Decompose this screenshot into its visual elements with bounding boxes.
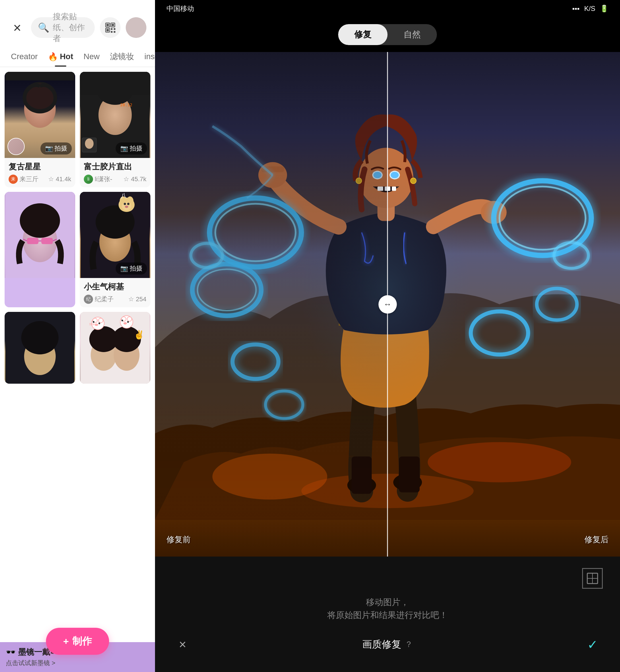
star-icon-1: ☆ bbox=[48, 176, 54, 183]
card-title-2: 富士胶片直出 bbox=[84, 161, 146, 172]
avatar-button[interactable] bbox=[126, 17, 146, 38]
split-line: ↔ bbox=[387, 52, 388, 557]
card-sunglasses[interactable]: 🕶️ 墨镜一戴🕶 点击试试新墨镜 > bbox=[5, 192, 75, 307]
create-label: 制作 bbox=[72, 635, 92, 648]
svg-point-23 bbox=[20, 203, 60, 238]
svg-rect-1 bbox=[106, 24, 109, 26]
card-image-5 bbox=[5, 312, 75, 384]
status-bar: 中国移动 ▪▪▪ K/S 🔋 bbox=[155, 0, 620, 17]
tab-ins[interactable]: ins特效 bbox=[139, 47, 155, 66]
mode-selector: 修复 自然 bbox=[155, 17, 620, 52]
card-corgi[interactable]: 八 📷 拍摄 小生气柯基 纪 纪柔子 ☆ bbox=[80, 192, 150, 307]
search-bar[interactable]: 🔍 搜索贴纸、创作者 bbox=[31, 17, 95, 38]
star-icon-4: ☆ bbox=[128, 295, 134, 303]
card-info-4: 小生气柯基 纪 纪柔子 ☆ 254 bbox=[80, 278, 150, 307]
game-background: ↔ 修复前 修复后 bbox=[155, 52, 620, 557]
mode-restore[interactable]: 修复 bbox=[338, 24, 388, 45]
svg-point-36 bbox=[124, 203, 126, 205]
instruction-text: 移动图片， 将原始图片和结果进行对比吧！ bbox=[327, 595, 448, 621]
fire-icon: 🔥 bbox=[48, 52, 58, 61]
close-button[interactable]: × bbox=[9, 19, 26, 36]
tab-new[interactable]: New bbox=[79, 47, 105, 66]
author-icon-2: li bbox=[84, 175, 93, 184]
svg-rect-24 bbox=[27, 238, 39, 244]
svg-rect-8 bbox=[111, 31, 112, 33]
tab-creator[interactable]: Creator bbox=[6, 47, 43, 66]
crop-icon-button[interactable] bbox=[582, 568, 603, 589]
star-icon-2: ☆ bbox=[123, 176, 129, 183]
photo-badge-1: 📷 拍摄 bbox=[41, 142, 72, 154]
grid-layout: 📷 拍摄 复古星星 来 来三斤 ☆ 41.4k bbox=[5, 72, 150, 384]
svg-point-42 bbox=[21, 321, 59, 354]
svg-rect-3 bbox=[112, 24, 114, 26]
svg-point-50 bbox=[98, 318, 103, 323]
svg-rect-7 bbox=[114, 28, 115, 30]
qr-button[interactable] bbox=[100, 17, 120, 38]
svg-rect-13 bbox=[5, 72, 74, 81]
card-image-3 bbox=[5, 192, 75, 278]
svg-text:✌: ✌ bbox=[134, 330, 145, 340]
svg-point-51 bbox=[93, 321, 94, 323]
card-title-4: 小生气柯基 bbox=[84, 281, 146, 292]
tab-filter[interactable]: 滤镜妆 bbox=[105, 47, 139, 66]
card-image-1: 📷 拍摄 bbox=[5, 72, 75, 158]
card-partial-2[interactable]: ✌ bbox=[80, 312, 150, 384]
search-placeholder: 搜索贴纸、创作者 bbox=[53, 11, 88, 44]
before-overlay bbox=[155, 52, 388, 557]
card-image-2: 28.12 📷 拍摄 bbox=[80, 72, 150, 158]
svg-point-53 bbox=[95, 324, 98, 326]
photo-badge-4: 📷 拍摄 bbox=[116, 262, 147, 275]
split-handle[interactable]: ↔ bbox=[378, 295, 397, 314]
card-info-2: 富士胶片直出 li li潇张- ☆ 45.7k bbox=[80, 158, 150, 187]
card-fuji[interactable]: 28.12 📷 拍摄 富士胶片直出 li li bbox=[80, 72, 150, 187]
card-fugustar[interactable]: 📷 拍摄 复古星星 来 来三斤 ☆ 41.4k bbox=[5, 72, 75, 187]
action-title: 画质修复 ？ bbox=[362, 638, 413, 651]
author-icon-1: 来 bbox=[9, 175, 18, 184]
search-icon: 🔍 bbox=[38, 22, 49, 33]
tab-hot[interactable]: 🔥 Hot bbox=[43, 47, 79, 66]
sticker-grid: 📷 拍摄 复古星星 来 来三斤 ☆ 41.4k bbox=[0, 67, 155, 672]
svg-text:八: 八 bbox=[121, 192, 126, 199]
card-meta-4: 纪 纪柔子 ☆ 254 bbox=[84, 295, 146, 304]
card-author-4: 纪 纪柔子 bbox=[84, 295, 114, 304]
svg-point-38 bbox=[125, 206, 128, 208]
card-author-2: li li潇张- bbox=[84, 175, 112, 184]
svg-point-20 bbox=[85, 138, 94, 149]
create-fab[interactable]: + 制作 bbox=[46, 628, 109, 655]
svg-rect-70 bbox=[399, 457, 420, 492]
photo-badge-2: 📷 拍摄 bbox=[116, 142, 147, 154]
camera-icon-4: 📷 bbox=[120, 265, 128, 272]
svg-point-61 bbox=[123, 322, 127, 325]
camera-icon-1: 📷 bbox=[45, 145, 53, 152]
right-panel: 中国移动 ▪▪▪ K/S 🔋 修复 自然 bbox=[155, 0, 620, 672]
svg-rect-25 bbox=[41, 238, 53, 244]
signal-indicator: ▪▪▪ bbox=[572, 5, 580, 13]
mode-pill: 修复 自然 bbox=[338, 24, 437, 45]
card-title-1: 复古星星 bbox=[9, 161, 71, 172]
avatar bbox=[126, 17, 146, 38]
card-partial-1[interactable] bbox=[5, 312, 75, 384]
help-icon[interactable]: ？ bbox=[405, 639, 413, 650]
svg-text:28.12: 28.12 bbox=[120, 102, 132, 107]
mode-natural[interactable]: 自然 bbox=[388, 24, 437, 45]
svg-point-65 bbox=[428, 442, 571, 482]
author-mini-avatar-1 bbox=[7, 138, 25, 155]
svg-rect-6 bbox=[111, 28, 112, 30]
cancel-button[interactable]: × bbox=[172, 634, 193, 655]
network-speed: K/S bbox=[584, 5, 595, 13]
svg-point-58 bbox=[127, 317, 132, 321]
confirm-button[interactable]: ✓ bbox=[582, 634, 603, 655]
svg-point-52 bbox=[98, 323, 100, 324]
plus-icon: + bbox=[63, 636, 69, 647]
svg-rect-9 bbox=[114, 31, 115, 33]
svg-point-37 bbox=[127, 203, 130, 205]
camera-icon-2: 📷 bbox=[120, 145, 128, 152]
left-panel: × 🔍 搜索贴纸、创作者 Creator bbox=[0, 0, 155, 672]
card-meta-2: li li潇张- ☆ 45.7k bbox=[84, 175, 146, 184]
before-label: 修复前 bbox=[166, 534, 191, 545]
card-image-4: 八 📷 拍摄 bbox=[80, 192, 150, 278]
comparison-image-area[interactable]: ↔ 修复前 修复后 bbox=[155, 52, 620, 557]
card-author-1: 来 来三斤 bbox=[9, 175, 39, 184]
author-icon-4: 纪 bbox=[84, 295, 93, 304]
svg-point-59 bbox=[121, 320, 123, 321]
